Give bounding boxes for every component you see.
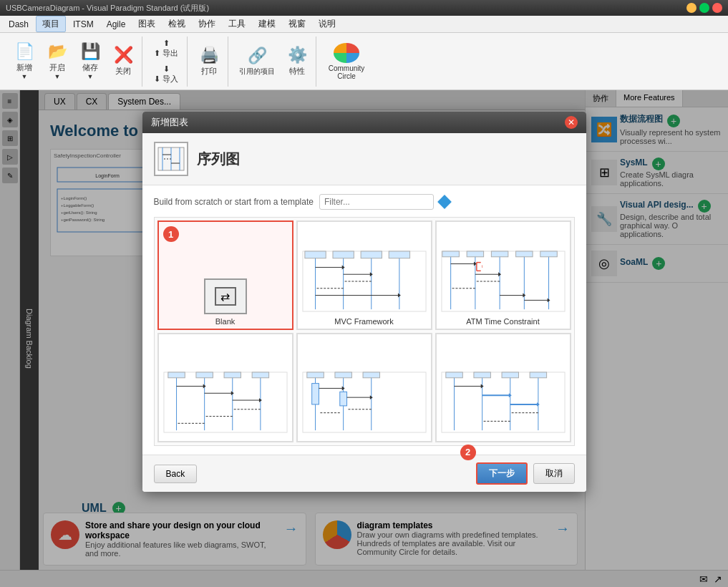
new-button[interactable]: 📄 新增 ▼	[9, 40, 40, 83]
template-t6[interactable]	[435, 333, 571, 442]
badge-1: 1	[163, 226, 179, 242]
back-button[interactable]: Back	[154, 465, 198, 483]
title-bar: USBCameraDiagram - Visual Paradigm Stand…	[0, 0, 728, 16]
minimize-button[interactable]	[686, 3, 697, 13]
svg-rect-68	[168, 372, 184, 378]
svg-rect-88	[311, 384, 319, 404]
filter-input[interactable]	[319, 194, 434, 210]
open-label: 开启	[49, 62, 65, 73]
close-file-icon: ❌	[114, 46, 133, 64]
filter-row: Build from scratch or start from a templ…	[154, 194, 575, 210]
sequence-diagram-icon	[154, 142, 188, 176]
svg-rect-102	[473, 372, 490, 378]
toolbar-group-io: ⬆ ⬆ 导出 ⬇ ⬇ 导入	[145, 37, 188, 87]
toolbar-group-file: 📄 新增 ▼ 📂 开启 ▼ 💾 储存 ▼ ❌ 关闭	[6, 37, 142, 87]
menu-model[interactable]: 建模	[253, 16, 281, 31]
community-circle-button[interactable]: Community Circle	[319, 40, 374, 83]
menu-review[interactable]: 检视	[162, 16, 191, 31]
new-label: 新增	[16, 62, 32, 73]
print-button[interactable]: 🖨️ 打印	[193, 40, 225, 83]
modal-title-bar: 新增图表 ✕	[142, 112, 586, 133]
save-label: 储存	[82, 62, 98, 73]
menu-window[interactable]: 视窗	[283, 16, 311, 31]
open-button[interactable]: 📂 开启 ▼	[42, 40, 73, 83]
t5-preview	[301, 371, 428, 435]
save-button[interactable]: 💾 储存 ▼	[74, 40, 106, 83]
new-icon: 📄	[15, 42, 34, 61]
footer-right: 2 下一步 取消	[455, 462, 575, 485]
filter-label: Build from scratch or start from a templ…	[154, 197, 314, 207]
export-button[interactable]: ⬆ ⬆ 导出	[148, 37, 184, 61]
t4-svg	[162, 371, 289, 434]
t6-svg	[440, 371, 567, 434]
svg-rect-69	[195, 372, 212, 378]
template-grid: 1 ⇄ Blank	[154, 217, 575, 446]
svg-rect-101	[445, 372, 462, 378]
next-badge: 2	[460, 445, 476, 460]
template-t4[interactable]	[157, 333, 293, 442]
menu-collab[interactable]: 协作	[193, 16, 221, 31]
menu-help[interactable]: 说明	[313, 16, 341, 31]
close-file-button[interactable]: ❌ 关闭	[107, 40, 139, 83]
svg-rect-96	[441, 372, 564, 432]
cancel-button[interactable]: 取消	[533, 463, 575, 484]
svg-rect-26	[304, 251, 325, 258]
svg-rect-71	[252, 372, 268, 378]
modal-diagram-title: 序列图	[197, 150, 240, 169]
svg-rect-38	[441, 251, 564, 311]
svg-rect-47	[515, 251, 532, 257]
save-icon: 💾	[81, 42, 100, 61]
svg-rect-28	[361, 251, 382, 258]
next-button[interactable]: 下一步	[476, 462, 528, 485]
blank-label: Blank	[215, 317, 236, 326]
t6-preview	[440, 371, 567, 435]
t5-svg	[301, 371, 428, 434]
svg-rect-87	[363, 372, 379, 378]
menu-diagram[interactable]: 图表	[132, 16, 161, 31]
community-circle-label: Community Circle	[325, 64, 368, 80]
svg-rect-70	[224, 372, 241, 378]
svg-rect-103	[502, 372, 518, 378]
svg-rect-27	[333, 251, 354, 258]
close-button[interactable]	[712, 3, 722, 13]
toolbar-group-print: 🖨️ 打印	[190, 37, 228, 87]
open-icon: 📂	[48, 42, 67, 61]
menu-itsm[interactable]: ITSM	[67, 18, 100, 31]
ref-icon: 🔗	[248, 47, 267, 65]
window-title: USBCameraDiagram - Visual Paradigm Stand…	[6, 3, 209, 14]
mvc-preview	[301, 250, 428, 314]
modal-title: 新增图表	[151, 116, 188, 129]
filter-diamond-icon[interactable]	[437, 195, 452, 209]
props-icon: ⚙️	[288, 46, 307, 64]
community-circle-icon	[334, 43, 359, 63]
template-atm[interactable]: t ATM Time Constraint	[435, 220, 571, 330]
print-icon: 🖨️	[200, 46, 219, 64]
ref-project-button[interactable]: 🔗 引用的项目	[234, 40, 280, 83]
print-label: 打印	[201, 66, 217, 77]
toolbar-group-ref: 🔗 引用的项目 ⚙️ 特性	[231, 37, 316, 87]
mvc-svg	[301, 250, 428, 313]
maximize-button[interactable]	[699, 3, 709, 13]
props-button[interactable]: ⚙️ 特性	[281, 40, 313, 83]
t4-preview	[162, 371, 289, 435]
svg-rect-29	[389, 251, 409, 258]
menu-agile[interactable]: Agile	[101, 18, 132, 31]
svg-rect-85	[306, 372, 323, 378]
modal-footer: Back 2 下一步 取消	[142, 455, 586, 492]
template-blank[interactable]: 1 ⇄ Blank	[157, 220, 293, 330]
template-mvc[interactable]: MVC Framework	[296, 220, 432, 330]
template-t5[interactable]	[296, 333, 432, 442]
import-button[interactable]: ⬇ ⬇ 导入	[148, 62, 184, 87]
menu-tools[interactable]: 工具	[223, 16, 251, 31]
toolbar: 📄 新增 ▼ 📂 开启 ▼ 💾 储存 ▼ ❌ 关闭 ⬆ ⬆ 导出 ⬇ ⬇ 导入	[0, 33, 728, 90]
ref-label: 引用的项目	[239, 67, 275, 77]
modal-header: 序列图	[142, 133, 586, 185]
modal-body: Build from scratch or start from a templ…	[142, 185, 586, 455]
mvc-label: MVC Framework	[334, 317, 394, 326]
modal-close-button[interactable]: ✕	[565, 116, 578, 129]
menu-dash[interactable]: Dash	[3, 18, 34, 31]
svg-rect-46	[491, 251, 508, 257]
svg-rect-44	[442, 251, 458, 257]
menu-bar: Dash 项目 ITSM Agile 图表 检视 协作 工具 建模 视窗 说明	[0, 16, 728, 33]
menu-project[interactable]: 项目	[36, 16, 66, 32]
